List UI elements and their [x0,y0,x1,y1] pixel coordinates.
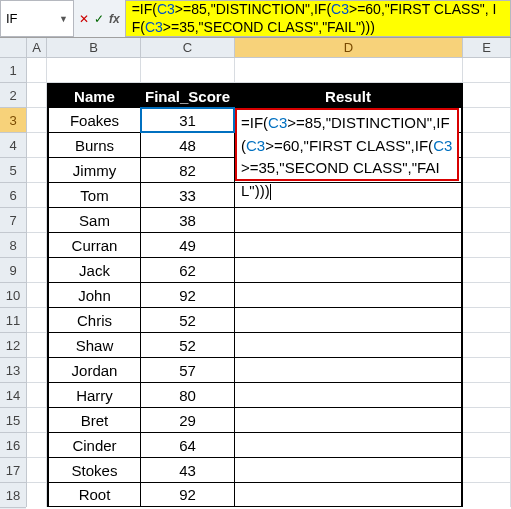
cell-B9[interactable]: Jack [47,258,141,283]
row-header-12[interactable]: 12 [0,333,26,358]
cell-C13[interactable]: 57 [141,358,235,383]
cell-D10[interactable] [235,283,463,308]
cell-B14[interactable]: Harry [47,383,141,408]
header-score[interactable]: Final_Score [141,83,235,108]
cell-A5[interactable] [27,158,47,183]
cell-D3[interactable]: =IF(C3>=85,"DISTINCTION",IF(C3>=60,"FIRS… [235,108,463,133]
cell-E5[interactable] [463,158,511,183]
cell-E18[interactable] [463,483,511,507]
cell-A16[interactable] [27,433,47,458]
cell-B11[interactable]: Chris [47,308,141,333]
cell-C8[interactable]: 49 [141,233,235,258]
row-header-8[interactable]: 8 [0,233,26,258]
cell-C12[interactable]: 52 [141,333,235,358]
row-header-6[interactable]: 6 [0,183,26,208]
cell-A17[interactable] [27,458,47,483]
cell-D1[interactable] [235,58,463,83]
cell-B3[interactable]: Foakes [47,108,141,133]
cell-C1[interactable] [141,58,235,83]
cell-E2[interactable] [463,83,511,108]
row-header-7[interactable]: 7 [0,208,26,233]
row-header-14[interactable]: 14 [0,383,26,408]
cell-E13[interactable] [463,358,511,383]
row-header-16[interactable]: 16 [0,433,26,458]
cell-E4[interactable] [463,133,511,158]
cell-B12[interactable]: Shaw [47,333,141,358]
cell-B1[interactable] [47,58,141,83]
fx-icon[interactable]: fx [109,12,120,26]
cell-B18[interactable]: Root [47,483,141,507]
cell-E17[interactable] [463,458,511,483]
cell-C18[interactable]: 92 [141,483,235,507]
cell-A6[interactable] [27,183,47,208]
row-header-1[interactable]: 1 [0,58,26,83]
cell-E10[interactable] [463,283,511,308]
cell-D15[interactable] [235,408,463,433]
row-header-18[interactable]: 18 [0,483,26,508]
cell-B5[interactable]: Jimmy [47,158,141,183]
row-header-4[interactable]: 4 [0,133,26,158]
cell-E12[interactable] [463,333,511,358]
cell-A2[interactable] [27,83,47,108]
cell-E6[interactable] [463,183,511,208]
row-header-11[interactable]: 11 [0,308,26,333]
cell-E16[interactable] [463,433,511,458]
row-header-5[interactable]: 5 [0,158,26,183]
cell-B16[interactable]: Cinder [47,433,141,458]
cell-B13[interactable]: Jordan [47,358,141,383]
row-header-10[interactable]: 10 [0,283,26,308]
col-header-E[interactable]: E [463,38,511,57]
cell-E7[interactable] [463,208,511,233]
cell-D6[interactable] [235,183,463,208]
cell-B7[interactable]: Sam [47,208,141,233]
col-header-C[interactable]: C [141,38,235,57]
cell-C17[interactable]: 43 [141,458,235,483]
row-header-15[interactable]: 15 [0,408,26,433]
cell-D17[interactable] [235,458,463,483]
cell-E3[interactable] [463,108,511,133]
cell-E15[interactable] [463,408,511,433]
cell-C7[interactable]: 38 [141,208,235,233]
cell-A14[interactable] [27,383,47,408]
col-header-A[interactable]: A [27,38,47,57]
cell-D5[interactable] [235,158,463,183]
cell-C9[interactable]: 62 [141,258,235,283]
name-box[interactable]: IF ▼ [0,0,74,37]
cell-A8[interactable] [27,233,47,258]
cell-D9[interactable] [235,258,463,283]
cell-A18[interactable] [27,483,47,507]
cell-A13[interactable] [27,358,47,383]
cell-D18[interactable] [235,483,463,507]
cell-C15[interactable]: 29 [141,408,235,433]
formula-bar-input[interactable]: =IF(C3>=85,"DISTINCTION",IF(C3>=60,"FIRS… [125,0,511,37]
cell-B10[interactable]: John [47,283,141,308]
cells-area[interactable]: Name Final_Score Result Foakes 31 =IF(C3… [27,58,511,507]
row-header-17[interactable]: 17 [0,458,26,483]
cell-E11[interactable] [463,308,511,333]
cell-A15[interactable] [27,408,47,433]
select-all-corner[interactable] [0,38,26,58]
cell-D12[interactable] [235,333,463,358]
cell-D13[interactable] [235,358,463,383]
cell-D11[interactable] [235,308,463,333]
col-header-D[interactable]: D [235,38,463,57]
cell-A11[interactable] [27,308,47,333]
cell-D14[interactable] [235,383,463,408]
cell-A9[interactable] [27,258,47,283]
name-box-dropdown-icon[interactable]: ▼ [59,14,68,24]
row-header-3[interactable]: 3 [0,108,26,133]
accept-icon[interactable]: ✓ [94,12,104,26]
row-header-9[interactable]: 9 [0,258,26,283]
cell-B6[interactable]: Tom [47,183,141,208]
col-header-B[interactable]: B [47,38,141,57]
cell-A7[interactable] [27,208,47,233]
cancel-icon[interactable]: ✕ [79,12,89,26]
cell-A12[interactable] [27,333,47,358]
header-result[interactable]: Result [235,83,463,108]
cell-C3[interactable]: 31 [141,108,235,133]
cell-C5[interactable]: 82 [141,158,235,183]
cell-A10[interactable] [27,283,47,308]
cell-E8[interactable] [463,233,511,258]
cell-B15[interactable]: Bret [47,408,141,433]
cell-C4[interactable]: 48 [141,133,235,158]
